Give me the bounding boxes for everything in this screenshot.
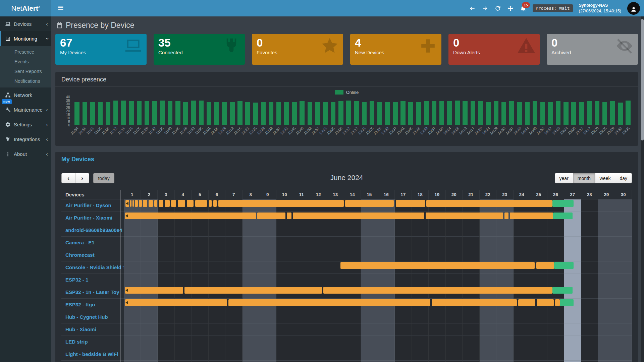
card-new-devices[interactable]: 4New Devices (350, 34, 441, 65)
presence-bar[interactable] (518, 299, 536, 306)
chart-bar (486, 102, 491, 125)
chart-bar (587, 101, 592, 125)
presence-bar[interactable] (554, 262, 574, 269)
presence-bar[interactable] (553, 213, 573, 219)
presence-bar[interactable] (552, 200, 574, 207)
device-link-esp32-ttgo[interactable]: ESP32 - ttgo (61, 299, 124, 311)
view-month-button[interactable]: month (573, 173, 595, 183)
view-week-button[interactable]: week (595, 173, 615, 183)
presence-bar[interactable] (293, 213, 424, 219)
card-down-alerts[interactable]: 0Down Alerts (448, 34, 540, 65)
presence-bar[interactable] (154, 200, 157, 207)
view-day-button[interactable]: day (615, 173, 632, 183)
page-scrollbar (641, 16, 644, 362)
device-link-esp32-1n-laser-toy[interactable]: ESP32 - 1n - Laser Toy (61, 286, 124, 299)
plug-icon (5, 136, 11, 142)
sidebar-subitem-sent-reports[interactable]: Sent Reports (0, 67, 51, 76)
card-my-devices[interactable]: 67My Devices (55, 34, 147, 65)
back-button[interactable] (469, 5, 476, 12)
expand-button[interactable] (507, 5, 514, 12)
chart-bar (152, 101, 157, 125)
sidebar-toggle-button[interactable] (55, 2, 66, 14)
app-logo[interactable]: NetAlertx (0, 0, 51, 16)
presence-bar[interactable] (125, 213, 256, 219)
card-connected[interactable]: 35Connected (154, 34, 245, 65)
chart-bar-slot (430, 101, 438, 125)
device-link-air-purifier-xiaomi[interactable]: Air Purifier - Xiaomi (61, 212, 124, 224)
presence-overlay (124, 249, 632, 261)
presence-bar[interactable] (287, 213, 291, 219)
device-link-chromecast[interactable]: Chromecast (61, 249, 124, 261)
day-header-16: 16 (378, 190, 395, 199)
presence-bar[interactable] (187, 200, 194, 207)
presence-bar[interactable] (139, 200, 142, 207)
scrollbar-thumb[interactable] (641, 19, 644, 140)
presence-bar[interactable] (213, 200, 217, 207)
device-link-esp32-1[interactable]: ESP32 - 1 (61, 274, 124, 286)
refresh-button[interactable] (494, 5, 501, 12)
presence-bar[interactable] (135, 200, 138, 207)
view-year-button[interactable]: year (555, 173, 573, 183)
section-title[interactable]: My Devices (61, 156, 632, 163)
device-link-android-68608b93a00e4[interactable]: android-68608b93a00e4 (61, 224, 124, 237)
presence-bar[interactable] (125, 299, 227, 306)
prev-button[interactable]: ‹ (61, 173, 75, 183)
sidebar-item-about[interactable]: About‹ (0, 146, 51, 161)
presence-bar[interactable] (426, 200, 552, 207)
device-link-light-bedside-b-wifi[interactable]: Light - bedside B WiFi (61, 348, 124, 361)
presence-bar[interactable] (228, 299, 430, 306)
presence-bar[interactable] (340, 262, 534, 269)
today-button[interactable]: today (93, 173, 114, 183)
x-tick: 10:56 (80, 125, 88, 144)
device-link-console-nvidia-shield-t[interactable]: Console - Nvidia Shield T (61, 261, 124, 274)
device-link-air-purifier-dyson[interactable]: Air Purifier - Dyson (61, 199, 124, 212)
avatar[interactable] (627, 2, 640, 15)
sidebar-item-settings[interactable]: Settings‹ (0, 117, 51, 132)
presence-bar[interactable] (130, 200, 131, 207)
device-link-camera-e1[interactable]: Camera - E1 (61, 237, 124, 249)
sidebar-subitem-notifications[interactable]: Notifications (0, 76, 51, 86)
sidebar-subitem-events[interactable]: Events (0, 57, 51, 67)
sidebar-item-devices[interactable]: Devices‹ (0, 16, 51, 31)
presence-bar[interactable] (536, 262, 554, 269)
device-link-hub-cygnet-hub[interactable]: Hub - Cygnet Hub (61, 311, 124, 323)
presence-bar[interactable] (426, 213, 503, 219)
presence-bar[interactable] (171, 200, 176, 207)
sidebar-subitem-presence[interactable]: Presence (0, 47, 51, 57)
presence-bar[interactable] (396, 200, 425, 207)
presence-bar[interactable] (209, 200, 212, 207)
presence-bar[interactable] (555, 299, 560, 306)
card-archived[interactable]: 0Archived (547, 34, 638, 65)
presence-bar[interactable] (218, 200, 344, 207)
presence-bar[interactable] (510, 213, 553, 219)
presence-bar[interactable] (178, 200, 185, 207)
device-link-led-strip[interactable]: LED strip (61, 336, 124, 348)
presence-bar[interactable] (323, 287, 552, 294)
continues-left-arrow-icon (126, 202, 128, 205)
forward-button[interactable] (482, 5, 488, 12)
next-button[interactable]: › (75, 173, 89, 183)
presence-bar[interactable] (149, 200, 153, 207)
presence-bar[interactable] (143, 200, 147, 207)
presence-bar[interactable] (184, 287, 322, 294)
presence-bar[interactable] (257, 213, 285, 219)
presence-bar[interactable] (432, 299, 517, 306)
presence-bar[interactable] (165, 200, 170, 207)
presence-bar[interactable] (125, 287, 183, 294)
day-header-30: 30 (615, 190, 632, 199)
presence-bar[interactable] (159, 200, 163, 207)
sidebar-item-monitoring[interactable]: Monitoring‹ (0, 31, 51, 46)
presence-bar[interactable] (537, 299, 554, 306)
device-link-hub-xiaomi[interactable]: Hub - Xiaomi (61, 323, 124, 336)
presence-bar[interactable] (552, 287, 573, 294)
card-favorites[interactable]: 0Favorites (252, 34, 343, 65)
presence-bar[interactable] (560, 299, 573, 306)
sidebar-item-integrations[interactable]: Integrations‹ (0, 132, 51, 146)
sidebar-item-maintenance[interactable]: newMaintenance‹ (0, 102, 51, 117)
presence-bar[interactable] (504, 213, 508, 219)
new-badge: new (2, 99, 12, 104)
notifications-button[interactable]: 15 (520, 5, 527, 12)
presence-bar[interactable] (132, 200, 134, 207)
presence-bar[interactable] (345, 200, 394, 207)
presence-bar[interactable] (195, 200, 207, 207)
